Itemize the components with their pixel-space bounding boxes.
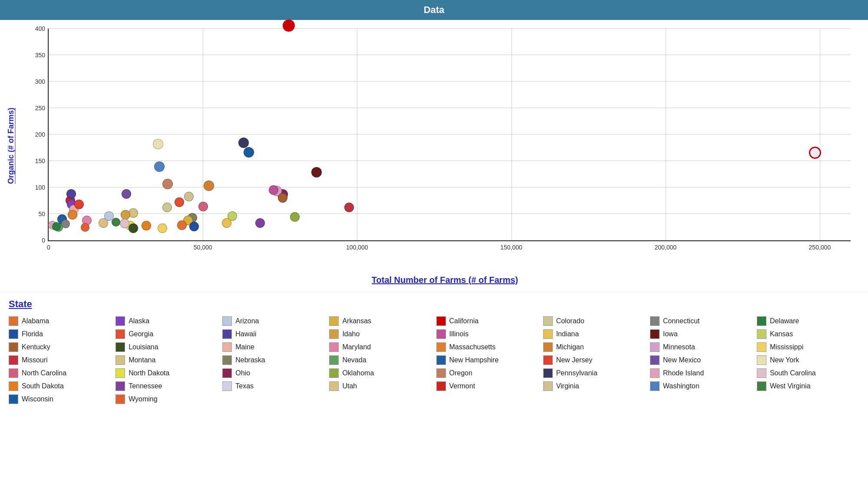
legend-item: Alabama: [9, 316, 111, 326]
legend-label: Mississippi: [770, 343, 803, 351]
legend-label: Arkansas: [342, 317, 371, 325]
legend-swatch: [222, 368, 232, 378]
legend-label: Florida: [22, 330, 43, 338]
chart-plot: 050100150200250300350400050,000100,00015…: [22, 20, 868, 272]
grid-line-v: [666, 29, 666, 240]
legend-item: Colorado: [543, 316, 646, 326]
legend-swatch: [9, 316, 18, 326]
legend-label: Utah: [342, 382, 357, 390]
grid-line-v: [49, 29, 49, 240]
legend-item: Wisconsin: [9, 394, 111, 404]
data-point-new-mexico: [122, 189, 131, 199]
legend-swatch: [436, 368, 446, 378]
legend-label: South Carolina: [770, 369, 816, 377]
legend-label: Vermont: [449, 382, 475, 390]
grid-line-h: [49, 81, 851, 82]
legend-item: Virginia: [543, 381, 646, 391]
legend-swatch: [9, 381, 18, 391]
legend-swatch: [222, 316, 232, 326]
data-point-louisiana: [129, 223, 138, 233]
legend-item: Vermont: [436, 381, 539, 391]
legend-label: Oregon: [449, 369, 472, 377]
legend-label: Virginia: [556, 382, 579, 390]
legend-swatch: [757, 381, 766, 391]
legend-item: Louisiana: [116, 342, 218, 352]
data-point-texas: [809, 147, 821, 159]
legend-swatch: [9, 355, 18, 365]
legend-swatch: [116, 316, 125, 326]
legend-label: Indiana: [556, 330, 579, 338]
data-point-missouri: [344, 203, 354, 212]
legend-swatch: [116, 329, 125, 339]
legend-swatch: [543, 329, 553, 339]
legend-label: Texas: [235, 382, 254, 390]
legend-swatch: [116, 342, 125, 352]
legend-grid: AlabamaAlaskaArizonaArkansasCaliforniaCo…: [9, 316, 859, 404]
legend-label: Alaska: [129, 317, 149, 325]
legend-item: Iowa: [650, 329, 752, 339]
legend-label: Michigan: [556, 343, 584, 351]
legend-label: Massachusetts: [449, 343, 496, 351]
legend-swatch: [650, 355, 660, 365]
legend-swatch: [757, 355, 766, 365]
legend-item: North Dakota: [116, 368, 218, 378]
legend-swatch: [329, 316, 339, 326]
grid-line-h: [49, 55, 851, 55]
data-point-connecticut: [61, 220, 70, 228]
legend-item: Delaware: [757, 316, 859, 326]
legend-label: New Hampshire: [449, 356, 499, 364]
legend-item: Michigan: [543, 342, 646, 352]
legend-label: Colorado: [556, 317, 584, 325]
y-tick-label: 100: [35, 184, 45, 191]
data-point-kentucky: [278, 193, 287, 203]
legend-item: Nevada: [329, 355, 432, 365]
data-point-massachusetts: [68, 210, 77, 220]
legend-label: Wyoming: [129, 395, 158, 403]
legend-label: Kentucky: [22, 343, 50, 351]
legend-item: New Jersey: [543, 355, 646, 365]
legend-swatch: [329, 342, 339, 352]
y-tick-label: 200: [35, 131, 45, 138]
legend-swatch: [436, 342, 446, 352]
legend-swatch: [436, 329, 446, 339]
legend-label: Maine: [235, 343, 254, 351]
legend-label: Pennsylvania: [556, 369, 597, 377]
legend-swatch: [222, 355, 232, 365]
data-point-alabama: [177, 220, 187, 230]
legend-label: Idaho: [342, 330, 360, 338]
legend-label: Alabama: [22, 317, 49, 325]
data-point-indiana: [222, 218, 231, 228]
x-tick-label: 50,000: [194, 244, 212, 251]
legend-item: West Virginia: [757, 381, 859, 391]
data-point-oklahoma: [290, 212, 300, 222]
legend-item: Illinois: [436, 329, 539, 339]
legend-label: West Virginia: [770, 382, 811, 390]
legend-label: Maryland: [342, 343, 371, 351]
legend-item: Utah: [329, 381, 432, 391]
legend-item: Arizona: [222, 316, 325, 326]
legend-swatch: [329, 381, 339, 391]
legend-swatch: [543, 381, 553, 391]
legend-label: Connecticut: [663, 317, 700, 325]
legend-label: Minnesota: [663, 343, 695, 351]
data-point-south-carolina: [120, 219, 129, 228]
chart-container: Data Organic (# of Farms) 05010015020025…: [0, 0, 868, 413]
legend-item: New Mexico: [650, 355, 752, 365]
data-point-south-dakota: [142, 221, 151, 230]
legend-swatch: [116, 355, 125, 365]
legend-item: New Hampshire: [436, 355, 539, 365]
data-point-georgia: [175, 197, 184, 207]
grid-line-v: [820, 29, 820, 240]
legend-item: Tennessee: [116, 381, 218, 391]
legend-item: Oklahoma: [329, 368, 432, 378]
grid-line-h: [49, 161, 851, 161]
x-tick-label: 200,000: [654, 244, 677, 251]
legend-swatch: [650, 381, 660, 391]
x-tick-label: 0: [47, 244, 50, 251]
legend-item: Pennsylvania: [543, 368, 646, 378]
data-point-delaware: [52, 222, 61, 231]
plot-area: 050100150200250300350400050,000100,00015…: [48, 29, 851, 241]
legend-swatch: [329, 368, 339, 378]
legend-swatch: [9, 368, 18, 378]
legend-item: Maryland: [329, 342, 432, 352]
